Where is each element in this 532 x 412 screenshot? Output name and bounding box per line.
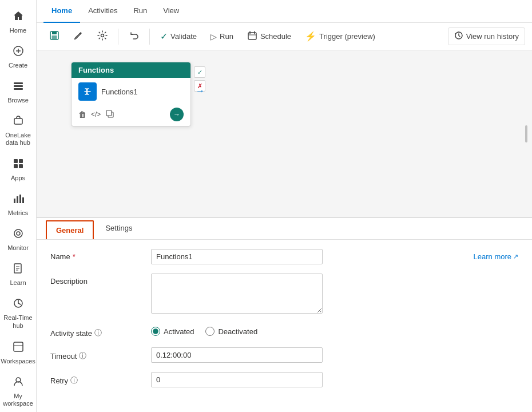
undo-button[interactable] bbox=[123, 27, 145, 45]
svg-rect-30 bbox=[248, 33, 256, 39]
sidebar-item-realtime[interactable]: Real-Timehub bbox=[0, 292, 37, 335]
toolbar: ✓ Validate ▷ Run Schedule ⚡ Trigger (pre… bbox=[37, 23, 532, 50]
sidebar-item-create[interactable]: Create bbox=[0, 39, 37, 74]
functions-icon-box bbox=[78, 82, 97, 101]
radio-deactivated-input[interactable] bbox=[205, 327, 215, 336]
toolbar-separator-2 bbox=[149, 29, 150, 45]
card-navigate-arrow[interactable]: → bbox=[170, 108, 184, 121]
save-button[interactable] bbox=[43, 27, 65, 45]
sidebar-item-monitor[interactable]: Monitor bbox=[0, 222, 37, 257]
timeout-label: Timeout ⓘ bbox=[50, 347, 142, 361]
save-icon bbox=[49, 30, 59, 42]
panel-tabs: General Settings bbox=[37, 218, 532, 240]
card-check-button[interactable]: ✓ bbox=[194, 66, 205, 78]
activity-state-field: Activated Deactivated bbox=[151, 324, 518, 336]
bottom-panel: General Settings Name * bbox=[37, 217, 532, 412]
schedule-icon bbox=[247, 30, 257, 42]
form-row-activity-state: Activity state ⓘ Activated Deactivated bbox=[50, 324, 518, 338]
svg-rect-3 bbox=[14, 82, 23, 84]
timeout-info-icon[interactable]: ⓘ bbox=[79, 351, 86, 361]
delete-icon[interactable]: 🗑 bbox=[78, 110, 86, 119]
learn-more-link[interactable]: Learn more ↗ bbox=[474, 252, 518, 261]
sidebar-item-monitor-label: Monitor bbox=[7, 244, 29, 251]
retry-input[interactable] bbox=[151, 372, 323, 387]
description-textarea[interactable] bbox=[151, 274, 323, 314]
radio-deactivated[interactable]: Deactivated bbox=[205, 327, 257, 336]
main-content: Home Activities Run View bbox=[37, 0, 532, 412]
name-required: * bbox=[73, 252, 76, 261]
form-row-timeout: Timeout ⓘ bbox=[50, 347, 518, 363]
history-icon bbox=[454, 31, 463, 42]
trigger-button[interactable]: ⚡ Trigger (preview) bbox=[299, 28, 381, 45]
tab-run[interactable]: Run bbox=[125, 0, 155, 23]
form-row-description: Description bbox=[50, 274, 518, 315]
tab-activities-label: Activities bbox=[88, 6, 117, 15]
activity-state-info-icon[interactable]: ⓘ bbox=[94, 328, 102, 338]
advanced-section[interactable]: ▶ Advanced bbox=[37, 406, 532, 412]
timeout-input[interactable] bbox=[151, 347, 323, 363]
settings-button[interactable] bbox=[92, 27, 113, 45]
svg-rect-8 bbox=[19, 159, 23, 163]
svg-rect-26 bbox=[52, 31, 57, 34]
settings-icon bbox=[97, 30, 108, 42]
copy-icon[interactable] bbox=[105, 109, 114, 120]
name-input[interactable] bbox=[151, 249, 323, 264]
functions-card[interactable]: Functions Functions1 🗑 </> bbox=[71, 62, 191, 126]
svg-rect-12 bbox=[17, 196, 18, 203]
view-history-button[interactable]: View run history bbox=[448, 27, 525, 45]
browse-icon bbox=[13, 80, 24, 94]
card-right-arrow[interactable]: → bbox=[196, 86, 205, 96]
svg-rect-14 bbox=[22, 197, 24, 203]
svg-rect-5 bbox=[14, 88, 23, 90]
sidebar-item-onelake-label: OneLakedata hub bbox=[5, 132, 31, 146]
sidebar-item-browse[interactable]: Browse bbox=[0, 74, 37, 109]
svg-rect-7 bbox=[14, 159, 18, 163]
functions-card-name: Functions1 bbox=[101, 88, 138, 96]
panel-tab-settings[interactable]: Settings bbox=[96, 218, 141, 239]
name-label: Name * bbox=[50, 249, 142, 261]
form-content: Name * Learn more ↗ Description bbox=[37, 240, 532, 406]
sidebar-item-create-label: Create bbox=[9, 62, 27, 69]
retry-info-icon[interactable]: ⓘ bbox=[70, 375, 78, 386]
sidebar-item-onelake[interactable]: OneLakedata hub bbox=[0, 109, 37, 152]
svg-point-16 bbox=[17, 232, 20, 235]
sidebar-item-workspaces[interactable]: Workspaces bbox=[0, 335, 37, 370]
edit-button[interactable] bbox=[68, 27, 89, 45]
sidebar-item-metrics-label: Metrics bbox=[8, 209, 28, 216]
description-field-wrap bbox=[151, 274, 518, 315]
run-label: Run bbox=[220, 32, 233, 41]
sidebar: Home Create Browse OneLakedata hub Apps … bbox=[0, 0, 37, 412]
svg-rect-9 bbox=[14, 164, 18, 168]
learn-more-label: Learn more bbox=[474, 252, 511, 261]
tab-home[interactable]: Home bbox=[43, 0, 80, 23]
sidebar-item-home-label: Home bbox=[10, 27, 26, 34]
validate-button[interactable]: ✓ Validate bbox=[154, 28, 203, 45]
sidebar-item-workspaces-label: Workspaces bbox=[1, 358, 35, 365]
tab-view-label: View bbox=[163, 6, 179, 15]
run-icon: ▷ bbox=[211, 32, 217, 41]
sidebar-item-apps[interactable]: Apps bbox=[0, 152, 37, 187]
sidebar-item-home[interactable]: Home bbox=[0, 5, 37, 39]
activity-state-label: Activity state ⓘ bbox=[50, 324, 142, 338]
sidebar-item-myworkspace[interactable]: Myworkspace bbox=[0, 370, 37, 412]
validate-label: Validate bbox=[170, 32, 197, 41]
panel-tab-general[interactable]: General bbox=[46, 220, 94, 239]
create-icon bbox=[13, 45, 24, 60]
radio-activated[interactable]: Activated bbox=[151, 327, 194, 336]
monitor-icon bbox=[13, 228, 24, 242]
workspaces-icon bbox=[13, 341, 24, 355]
code-icon[interactable]: </> bbox=[91, 110, 101, 118]
tab-view[interactable]: View bbox=[155, 0, 187, 23]
onelake-icon bbox=[13, 115, 24, 129]
tab-run-label: Run bbox=[133, 6, 147, 15]
sidebar-item-metrics[interactable]: Metrics bbox=[0, 187, 37, 222]
sidebar-item-realtime-label: Real-Timehub bbox=[3, 314, 32, 329]
run-button[interactable]: ▷ Run bbox=[205, 29, 239, 44]
validate-icon: ✓ bbox=[160, 31, 168, 42]
sidebar-item-apps-label: Apps bbox=[11, 175, 25, 181]
resize-handle[interactable] bbox=[525, 125, 527, 142]
sidebar-item-learn[interactable]: Learn bbox=[0, 257, 37, 292]
tab-activities[interactable]: Activities bbox=[80, 0, 125, 23]
schedule-button[interactable]: Schedule bbox=[241, 27, 297, 45]
radio-activated-input[interactable] bbox=[151, 327, 160, 336]
